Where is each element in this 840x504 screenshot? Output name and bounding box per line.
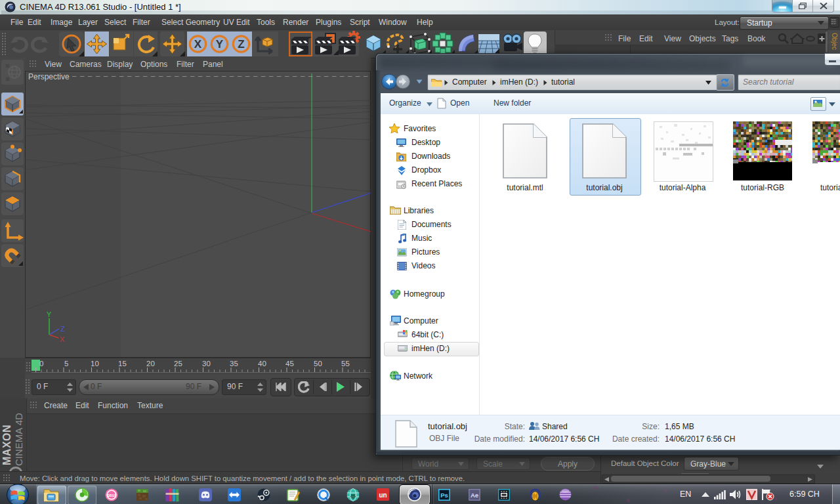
svg-text:Ps: Ps — [440, 492, 448, 499]
svg-text:osu!: osu! — [107, 493, 116, 497]
svg-text:Y: Y — [216, 38, 224, 51]
svg-text:un: un — [379, 492, 387, 499]
svg-text:X: X — [194, 38, 202, 51]
svg-text:X: X — [60, 335, 65, 343]
svg-text:Z: Z — [238, 38, 244, 51]
svg-text:Y: Y — [47, 310, 52, 318]
svg-text:Z: Z — [60, 325, 65, 333]
svg-text:Ae: Ae — [471, 492, 478, 499]
svg-text:Perspective: Perspective — [28, 72, 70, 81]
